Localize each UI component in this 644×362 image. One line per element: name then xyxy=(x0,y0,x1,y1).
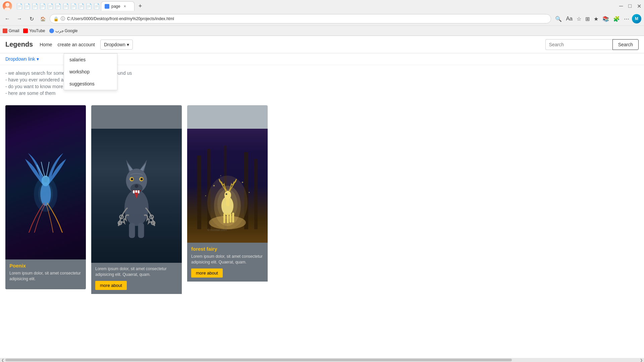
tab-file-icon-8: 📄 xyxy=(70,3,77,9)
profile-avatar[interactable]: M xyxy=(632,14,641,23)
browser-chrome: 📄 📄 📄 📄 📄 📄 📄 📄 📄 📄 📄 page × + xyxy=(0,0,644,36)
bookmark-youtube[interactable]: YouTube xyxy=(23,28,45,33)
tab-file-icon-3: 📄 xyxy=(32,3,38,9)
create-account-link[interactable]: create an account xyxy=(58,42,95,47)
card-phoenix: Poenix Lorem ipsum dolor, sit amet conse… xyxy=(5,105,86,289)
search-icon[interactable]: 🔍 xyxy=(554,14,563,23)
collections-icon[interactable]: 📚 xyxy=(601,14,610,23)
svg-point-47 xyxy=(249,192,250,193)
svg-rect-26 xyxy=(138,223,144,238)
hero-line-4: - here are some of them xyxy=(5,90,639,96)
gmail-label: Gmail xyxy=(9,28,19,33)
svg-point-46 xyxy=(205,195,206,196)
profile-icon[interactable] xyxy=(3,1,12,11)
deer-more-about-button[interactable]: more about xyxy=(191,268,223,278)
svg-rect-27 xyxy=(197,156,201,229)
svg-point-0 xyxy=(5,3,9,7)
refresh-button[interactable]: ↻ xyxy=(27,14,36,23)
dropdown-menu: salaries workshop suggestions xyxy=(64,53,117,90)
wolf-description: Lorem ipsum dolor, sit amet consectetur … xyxy=(95,266,178,278)
svg-point-20 xyxy=(141,178,143,180)
search-input[interactable] xyxy=(545,39,612,50)
card-deer: © mostari.com forest fairy Lorem ipsum d… xyxy=(187,105,268,282)
cards-container: Poenix Lorem ipsum dolor, sit amet conse… xyxy=(0,100,644,299)
svg-point-5 xyxy=(38,182,53,206)
minimize-button[interactable]: ─ xyxy=(619,3,623,9)
deer-card-top xyxy=(187,105,268,129)
lock-icon: 🔒 xyxy=(53,16,59,21)
url-input[interactable] xyxy=(67,16,547,21)
dropdown-item-workshop[interactable]: workshop xyxy=(64,66,117,78)
svg-point-43 xyxy=(217,189,237,219)
tab-file-icon-1: 📄 xyxy=(16,3,23,9)
bookmark-gmail[interactable]: Gmail xyxy=(3,28,19,33)
wolf-more-about-button[interactable]: more about xyxy=(95,281,127,290)
tab-file-icon-10: 📄 xyxy=(86,3,92,9)
tab-file-icon-11: 📄 xyxy=(93,3,100,9)
google-label: جرب Google xyxy=(55,28,78,33)
forward-button[interactable]: → xyxy=(15,14,24,23)
youtube-favicon xyxy=(23,28,28,33)
svg-rect-15 xyxy=(135,190,137,193)
tab-strip: 📄 📄 📄 📄 📄 📄 📄 📄 📄 📄 📄 page × + xyxy=(16,1,619,11)
deer-title: forest fairy xyxy=(191,246,264,252)
split-view-icon[interactable]: ⊞ xyxy=(584,14,591,23)
active-tab-favicon xyxy=(105,4,109,9)
page-content: Legends Home create an account Dropdown … xyxy=(0,36,644,299)
window-controls: ─ □ ✕ xyxy=(619,3,641,9)
deer-description: Lorem ipsum dolor, sit amet consectetur … xyxy=(191,254,264,265)
home-button[interactable]: 🏠 xyxy=(40,16,46,21)
svg-point-44 xyxy=(213,185,215,186)
phoenix-card-body: Poenix Lorem ipsum dolor, sit amet conse… xyxy=(5,259,86,289)
reader-icon[interactable]: Aa xyxy=(565,14,574,23)
navbar: Legends Home create an account Dropdown … xyxy=(0,36,644,53)
favorites-icon[interactable]: ★ xyxy=(592,14,600,23)
home-link[interactable]: Home xyxy=(40,42,52,47)
bookmarks-bar: Gmail YouTube جرب Google xyxy=(0,25,644,36)
svg-point-19 xyxy=(131,178,133,180)
deer-card-body: forest fairy Lorem ipsum dolor, sit amet… xyxy=(187,243,268,282)
svg-rect-14 xyxy=(133,190,135,193)
wolf-card-body: Lorem ipsum dolor, sit amet consectetur … xyxy=(91,263,182,294)
maximize-button[interactable]: □ xyxy=(628,3,632,9)
navbar-brand: Legends xyxy=(5,41,33,48)
tab-file-icon-7: 📄 xyxy=(62,3,69,9)
active-tab[interactable]: page × xyxy=(101,1,135,11)
svg-point-45 xyxy=(242,182,243,183)
phoenix-description: Lorem ipsum dolor, sit amet consectetur … xyxy=(9,270,82,282)
deer-image: © mostari.com xyxy=(187,129,268,243)
search-button[interactable]: Search xyxy=(612,39,639,50)
gmail-favicon xyxy=(3,28,7,33)
address-bar: ← → ↻ 🏠 🔒 ⓘ 🔍 Aa ☆ ⊞ ★ 📚 🧩 ⋯ M xyxy=(0,12,644,25)
extensions-icon[interactable]: 🧩 xyxy=(612,14,621,23)
close-button[interactable]: ✕ xyxy=(637,3,641,9)
address-bar-input-wrapper[interactable]: 🔒 ⓘ xyxy=(50,14,551,23)
phoenix-image xyxy=(5,105,86,259)
svg-rect-30 xyxy=(254,159,258,229)
phoenix-title: Poenix xyxy=(9,263,82,268)
back-button[interactable]: ← xyxy=(3,14,12,23)
new-tab-button[interactable]: + xyxy=(136,1,145,11)
more-options-icon[interactable]: ⋯ xyxy=(623,14,631,23)
navbar-search: Search xyxy=(545,39,639,50)
info-icon: ⓘ xyxy=(61,16,65,22)
dropdown-item-suggestions[interactable]: suggestions xyxy=(64,78,117,90)
dropdown-toggle-label: Dropdown ▾ xyxy=(104,42,129,47)
svg-point-13 xyxy=(135,184,139,188)
close-tab-button[interactable]: × xyxy=(124,4,126,9)
tab-file-icon-5: 📄 xyxy=(47,3,54,9)
dropdown-link[interactable]: Dropdown link ▾ xyxy=(5,56,39,62)
bookmark-star-icon[interactable]: ☆ xyxy=(575,14,583,23)
active-tab-label: page xyxy=(111,4,120,9)
card-wolf: Lorem ipsum dolor, sit amet consectetur … xyxy=(91,105,182,294)
svg-rect-25 xyxy=(129,223,135,238)
tab-file-icon-9: 📄 xyxy=(78,3,85,9)
svg-text:© mostari.com: © mostari.com xyxy=(207,228,227,232)
svg-point-48 xyxy=(220,175,221,176)
tab-file-icon-4: 📄 xyxy=(39,3,46,9)
tab-file-icon-6: 📄 xyxy=(55,3,61,9)
dropdown-toggle[interactable]: Dropdown ▾ xyxy=(100,40,133,50)
bookmark-google[interactable]: جرب Google xyxy=(49,28,78,33)
wolf-image xyxy=(91,129,182,263)
dropdown-item-salaries[interactable]: salaries xyxy=(64,54,117,66)
